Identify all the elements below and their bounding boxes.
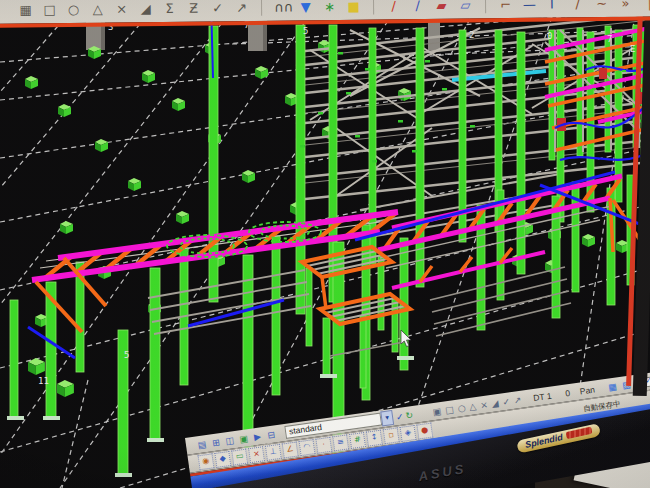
snap-tangent-icon[interactable]: ◠ [299, 439, 316, 456]
view-fly-icon[interactable]: ▶ [251, 430, 265, 444]
refresh-icon[interactable]: ↻ [405, 410, 414, 421]
grid-label: E [630, 44, 635, 54]
mini-select-icon[interactable]: ▣ [432, 406, 442, 417]
snap-angle-icon[interactable]: ∠ [282, 442, 299, 459]
binoculars-icon[interactable]: ∩∩ [274, 1, 289, 15]
grid-label: 0 [547, 31, 552, 41]
beam-curve-icon[interactable]: ∼ [594, 0, 609, 11]
save-icon[interactable]: ▦ [606, 380, 620, 394]
mini-corner-icon[interactable]: ◢ [491, 398, 499, 409]
filter-funnel-icon[interactable]: ▼ [298, 0, 313, 14]
snap-point-icon[interactable]: · [315, 437, 332, 454]
grid-label: 7 [607, 34, 612, 44]
snap-end-icon[interactable]: ● [416, 423, 433, 440]
arrow-ne-icon[interactable]: ↗ [234, 1, 249, 15]
selection-count: 0 [565, 388, 571, 399]
marker-red-icon[interactable]: ▰ [434, 0, 449, 13]
toolbar-separator [485, 0, 486, 13]
monitor-photo: 3 7 5 2 0 7 E 11 5 ▦□○△×◢ΣƵ✓↗∩∩▼∗■∕∕▰▱⌐—… [0, 0, 650, 488]
triangle-tool-icon[interactable]: △ [90, 3, 105, 17]
mini-rect-icon[interactable]: □ [445, 404, 455, 415]
mode-label: Pan [579, 384, 595, 396]
cross-tool-icon[interactable]: × [114, 2, 129, 16]
monitor-brand-logo: ASUS [418, 461, 467, 484]
toolbar-separator [373, 0, 374, 15]
mini-triangle-icon[interactable]: △ [469, 401, 477, 412]
snap-free-icon[interactable]: ▫ [383, 427, 400, 444]
sigma-tool-icon[interactable]: Σ [162, 2, 177, 16]
snap-vertical-icon[interactable]: ↕ [366, 430, 383, 447]
beam-corner-icon[interactable]: ⌐ [498, 0, 513, 12]
select-area-icon[interactable]: ▦ [18, 3, 33, 17]
snap-nearest-icon[interactable]: ▭ [231, 449, 248, 466]
view-camera-icon[interactable]: ◫ [223, 434, 237, 448]
snap-reference-icon[interactable]: ◉ [198, 453, 215, 470]
mini-check-icon[interactable]: ✓ [502, 396, 511, 407]
mini-cross-icon[interactable]: × [480, 399, 489, 410]
pen-red-icon[interactable]: ∕ [386, 0, 401, 13]
toolbar-separator [261, 0, 262, 16]
view-render-icon[interactable]: ▣ [237, 432, 251, 446]
sticker-red-text [566, 427, 593, 439]
grid-label: 5 [303, 26, 308, 36]
mini-arrow-icon[interactable]: ↗ [513, 394, 522, 405]
snap-intersection-icon[interactable]: × [248, 446, 265, 463]
grid-label: 11 [38, 376, 49, 386]
corner-tool-icon[interactable]: ◢ [138, 2, 153, 16]
snap-geometry-icon[interactable]: ◆ [214, 451, 231, 468]
swatch-blue-icon[interactable]: ▱ [458, 0, 473, 13]
snap-center-icon[interactable]: ◈ [400, 425, 417, 442]
apply-check-icon[interactable]: ✓ [395, 411, 404, 422]
zeta-tool-icon[interactable]: Ƶ [186, 2, 201, 16]
beam-line-icon[interactable]: — [522, 0, 537, 12]
snap-tree-icon[interactable]: ∗ [322, 0, 337, 14]
beam-end-icon[interactable]: | [642, 0, 650, 11]
view-status-label: DT 1 [533, 390, 552, 402]
snap-grid-icon[interactable]: # [349, 432, 366, 449]
view-grid-icon[interactable]: ⊟ [265, 428, 279, 442]
check-tool-icon[interactable]: ✓ [210, 1, 225, 15]
grid-label: 2 [469, 30, 474, 40]
rect-tool-icon[interactable]: □ [42, 3, 57, 17]
yellow-swatch-icon[interactable]: ■ [346, 0, 361, 14]
view-list-icon[interactable]: ▤ [195, 437, 209, 451]
pen-blue-icon[interactable]: ∕ [410, 0, 425, 13]
chevron-down-icon[interactable]: ▾ [380, 410, 394, 427]
beam-slash-icon[interactable]: ∕ [570, 0, 585, 11]
beam-double-icon[interactable]: » [618, 0, 633, 11]
snap-perpendicular-icon[interactable]: ⊥ [265, 444, 282, 461]
view-new-icon[interactable]: ⊞ [209, 435, 223, 449]
circle-tool-icon[interactable]: ○ [66, 3, 81, 17]
snap-line-icon[interactable]: ≡ [332, 434, 349, 451]
intermediate-beams[interactable] [148, 270, 311, 334]
beam-poly-icon[interactable]: Γ [546, 0, 561, 12]
grid-label: 5 [124, 350, 129, 360]
mini-circle-icon[interactable]: ○ [457, 402, 466, 413]
